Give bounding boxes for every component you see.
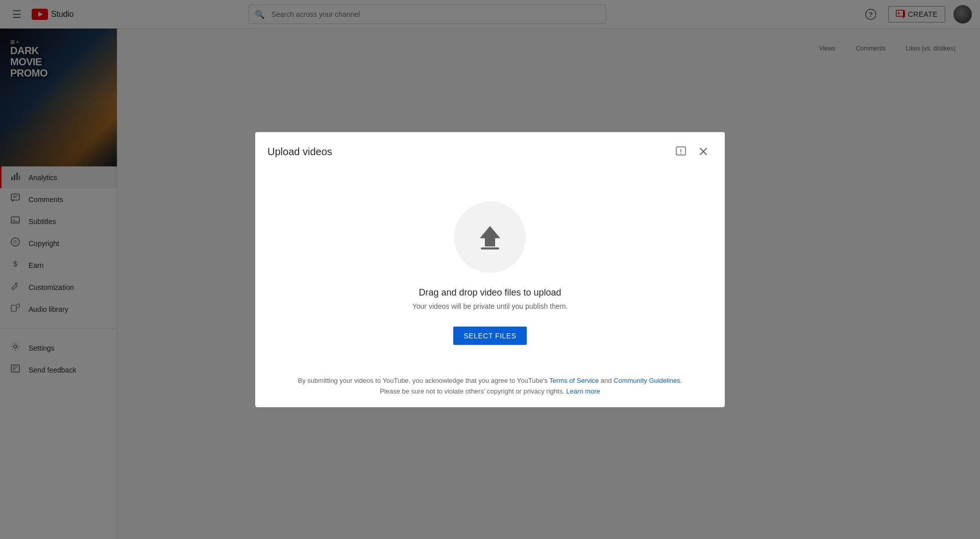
modal-close-btn[interactable] xyxy=(694,142,713,161)
copyright-privacy-text: Please be sure not to violate others' co… xyxy=(380,387,566,395)
upload-modal: Upload videos xyxy=(255,132,725,407)
modal-footer: By submitting your videos to YouTube, yo… xyxy=(255,365,725,407)
modal-body: Drag and drop video files to upload Your… xyxy=(255,171,725,365)
terms-link[interactable]: Terms of Service xyxy=(549,377,599,384)
modal-alert-btn[interactable] xyxy=(672,142,690,161)
drag-drop-text: Drag and drop video files to upload xyxy=(419,287,561,298)
svg-point-34 xyxy=(680,153,681,154)
learn-more-link[interactable]: Learn more xyxy=(566,387,600,395)
footer-line1: By submitting your videos to YouTube, yo… xyxy=(267,376,713,386)
private-text: Your videos will be private until you pu… xyxy=(412,302,568,310)
modal-header: Upload videos xyxy=(255,132,725,171)
footer-period: . xyxy=(680,377,682,384)
footer-and: and xyxy=(599,377,614,384)
footer-text: By submitting your videos to YouTube, yo… xyxy=(298,377,550,384)
svg-rect-38 xyxy=(481,248,499,250)
modal-title: Upload videos xyxy=(267,145,332,157)
upload-drop-area[interactable] xyxy=(454,202,526,273)
upload-arrow-icon xyxy=(478,224,502,251)
community-guidelines-link[interactable]: Community Guidelines xyxy=(614,377,680,384)
select-files-button[interactable]: SELECT FILES xyxy=(453,327,526,345)
footer-line2: Please be sure not to violate others' co… xyxy=(267,386,713,397)
svg-marker-37 xyxy=(480,226,500,247)
modal-header-actions xyxy=(672,142,713,161)
